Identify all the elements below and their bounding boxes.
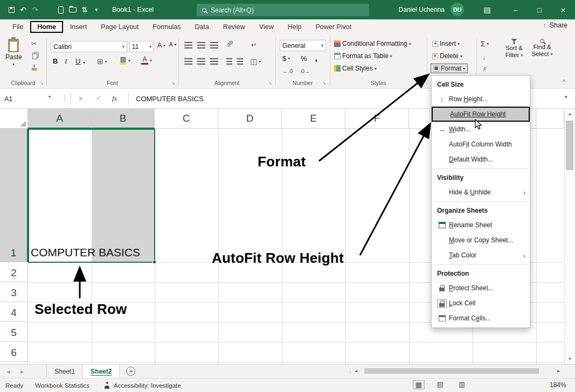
hscroll-left-icon[interactable]: ◂ xyxy=(355,368,357,374)
decrease-font-icon[interactable]: A▾ xyxy=(169,41,176,47)
column-header-c[interactable]: C xyxy=(155,109,218,129)
tab-page-layout[interactable]: Page Layout xyxy=(94,21,146,33)
name-box-chevron-icon[interactable]: ▾ xyxy=(49,94,51,99)
align-top-icon[interactable] xyxy=(184,42,192,48)
row-header-1[interactable]: 1 xyxy=(0,129,28,262)
scroll-up-icon[interactable]: ▲ xyxy=(568,111,572,116)
tab-review[interactable]: Review xyxy=(216,21,252,33)
menu-item-width[interactable]: ↔ Width... xyxy=(432,122,530,137)
cut-icon[interactable]: ✂ xyxy=(31,40,37,47)
row-header-4[interactable]: 4 xyxy=(0,302,28,322)
currency-button[interactable]: $▾ xyxy=(282,54,290,62)
sheet-tab-sheet2[interactable]: Sheet2 xyxy=(83,365,120,378)
menu-item-rename-sheet[interactable]: Rename Sheet xyxy=(432,218,530,233)
tab-data[interactable]: Data xyxy=(188,21,216,33)
menu-item-move-or-copy-sheet[interactable]: Move or Copy Sheet... xyxy=(432,233,530,248)
column-header-d[interactable]: D xyxy=(218,109,282,129)
enter-formula-icon[interactable]: ✓ xyxy=(96,94,101,102)
delete-cells-button[interactable]: × Delete ▾ xyxy=(432,52,462,60)
name-box[interactable] xyxy=(4,93,47,104)
format-as-table-button[interactable]: Format as Table ▾ xyxy=(334,52,392,60)
align-right-icon[interactable] xyxy=(210,58,218,65)
fill-down-icon[interactable]: ↓ xyxy=(482,54,486,61)
column-header-partial[interactable] xyxy=(536,109,564,129)
align-bottom-icon[interactable] xyxy=(210,42,218,48)
fill-handle[interactable] xyxy=(153,260,156,264)
tab-formulas[interactable]: Formulas xyxy=(146,21,188,33)
column-header-a[interactable]: A xyxy=(28,109,92,129)
select-all-corner[interactable] xyxy=(0,109,28,129)
horizontal-scrollbar-thumb[interactable] xyxy=(364,368,539,374)
quick-access-chevron-icon[interactable]: ▾ xyxy=(91,8,102,12)
sort-az-icon[interactable]: ⇅ xyxy=(79,6,91,13)
clipboard-dialog-launcher-icon[interactable]: ↘ xyxy=(40,81,44,86)
tab-insert[interactable]: Insert xyxy=(63,21,94,33)
tab-help[interactable]: Help xyxy=(281,21,309,33)
menu-item-hide-unhide[interactable]: Hide & Unhide › xyxy=(432,185,530,200)
sheet-tab-sheet1[interactable]: Sheet1 xyxy=(46,365,83,378)
underline-button[interactable]: U xyxy=(75,57,80,65)
conditional-formatting-button[interactable]: Conditional Formatting ▾ xyxy=(334,40,411,47)
decrease-decimal-icon[interactable]: .0→ xyxy=(300,68,310,74)
tab-file[interactable]: File xyxy=(5,21,30,33)
menu-item-format-cells[interactable]: Format Cells... xyxy=(432,311,530,326)
zoom-level[interactable]: 184% xyxy=(550,381,566,389)
accessibility-status[interactable]: Accessibility: Investigate xyxy=(114,382,181,389)
menu-item-autofit-row-height[interactable]: AutoFit Row Height xyxy=(432,107,530,122)
sheet-nav-right-icon[interactable]: ▸ xyxy=(20,368,24,375)
scroll-down-icon[interactable]: ▼ xyxy=(568,356,572,361)
share-button[interactable]: ↑ Share xyxy=(543,22,567,29)
fill-color-button[interactable]: ▨ ▾ xyxy=(120,56,130,65)
column-header-e[interactable]: E xyxy=(282,109,345,129)
avatar[interactable]: DU xyxy=(451,3,464,16)
align-left-icon[interactable] xyxy=(184,58,192,65)
ribbon-display-options-icon[interactable]: ▤ xyxy=(481,6,493,13)
font-name-combo[interactable]: Calibri ▾ xyxy=(51,41,127,52)
cancel-formula-icon[interactable]: × xyxy=(79,94,83,103)
menu-item-tab-color[interactable]: Tab Color › xyxy=(432,248,530,263)
alignment-dialog-launcher-icon[interactable]: ↘ xyxy=(268,81,272,86)
column-header-b[interactable]: B xyxy=(92,109,155,129)
search-input[interactable] xyxy=(211,6,345,14)
menu-item-row-height[interactable]: ↕ Row Height... xyxy=(432,92,530,107)
new-sheet-button[interactable]: + xyxy=(126,367,135,376)
increase-font-icon[interactable]: A▴ xyxy=(157,41,165,49)
number-dialog-launcher-icon[interactable]: ↘ xyxy=(322,81,326,86)
row-header-6[interactable]: 6 xyxy=(0,342,28,362)
menu-item-lock-cell[interactable]: Lock Cell xyxy=(432,296,530,311)
styles-dialog-launcher-icon[interactable]: ↘ xyxy=(419,81,423,86)
increase-indent-icon[interactable] xyxy=(237,58,243,65)
close-button[interactable]: × xyxy=(551,0,575,19)
search-bar[interactable] xyxy=(197,4,369,16)
italic-button[interactable]: I xyxy=(65,57,67,66)
page-break-view-icon[interactable]: ▥ xyxy=(456,380,468,388)
clear-icon[interactable]: ✗ xyxy=(482,66,487,73)
user-name[interactable]: Daniel Uchenna xyxy=(399,6,445,13)
new-file-icon[interactable] xyxy=(55,6,67,13)
hscroll-right-icon[interactable]: ▸ xyxy=(557,368,560,374)
normal-view-icon[interactable]: ▦ xyxy=(413,380,425,389)
align-center-icon[interactable] xyxy=(197,58,205,65)
insert-function-icon[interactable]: fx xyxy=(112,94,117,103)
decrease-indent-icon[interactable] xyxy=(226,58,232,65)
column-header-f[interactable]: F xyxy=(345,109,409,129)
save-icon[interactable] xyxy=(5,7,17,13)
increase-decimal-icon[interactable]: ←.0 xyxy=(282,68,293,74)
menu-item-default-width[interactable]: Default Width... xyxy=(432,152,530,167)
expand-formula-bar-icon[interactable]: ▾ xyxy=(565,94,567,100)
cell-a1[interactable]: COMPUTER BASICS xyxy=(31,246,140,259)
sort-filter-button[interactable]: Sort & Filter ▾ xyxy=(501,39,527,58)
copy-icon[interactable] xyxy=(32,53,37,59)
underline-chevron-icon[interactable]: ▾ xyxy=(83,60,85,65)
sheet-nav-left-icon[interactable]: ◂ xyxy=(6,368,10,375)
orientation-icon[interactable]: ab xyxy=(225,38,234,47)
row-header-2[interactable]: 2 xyxy=(0,262,28,282)
undo-icon[interactable]: ↶ xyxy=(17,6,29,13)
tab-view[interactable]: View xyxy=(252,21,281,33)
font-size-combo[interactable]: 11 ▾ xyxy=(129,41,154,52)
menu-item-autofit-column-width[interactable]: AutoFit Column Width xyxy=(432,137,530,152)
format-painter-icon[interactable] xyxy=(32,65,37,71)
autosum-button[interactable]: Σ ▾ xyxy=(481,40,489,48)
find-select-button[interactable]: Find & Select ▾ xyxy=(529,39,555,57)
workbook-statistics-button[interactable]: Workbook Statistics xyxy=(35,382,89,389)
